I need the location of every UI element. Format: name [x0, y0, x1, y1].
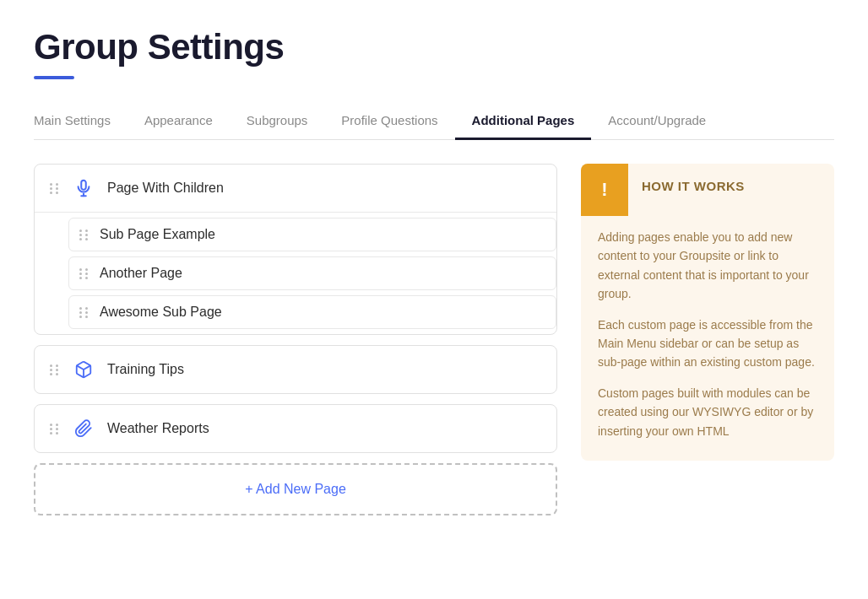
- info-paragraph-1: Adding pages enable you to add new conte…: [598, 228, 817, 304]
- sub-page-label-sub-page-example: Sub Page Example: [100, 227, 215, 242]
- page-row-training-tips[interactable]: Training Tips: [35, 346, 556, 393]
- tab-appearance[interactable]: Appearance: [127, 103, 230, 140]
- sub-page-label-awesome-sub-page: Awesome Sub Page: [100, 305, 222, 320]
- pages-column: Page With Children Sub Page Example: [34, 164, 557, 515]
- tab-subgroups[interactable]: Subgroups: [230, 103, 325, 140]
- info-paragraph-2: Each custom page is accessible from the …: [598, 316, 817, 372]
- sub-drag-handle-2[interactable]: [69, 268, 90, 279]
- sub-pages-list: Sub Page Example Another Page: [35, 212, 556, 334]
- page-group-weather-reports: Weather Reports: [34, 404, 557, 453]
- info-panel: ! HOW IT WORKS Adding pages enable you t…: [581, 164, 834, 461]
- mic-icon: [72, 176, 95, 200]
- page-row-weather-reports[interactable]: Weather Reports: [35, 405, 556, 452]
- info-paragraph-3: Custom pages built with modules can be c…: [598, 384, 817, 440]
- page-label-weather-reports: Weather Reports: [107, 421, 209, 436]
- sub-drag-handle-3[interactable]: [69, 307, 90, 318]
- sub-page-row-awesome-sub-page[interactable]: Awesome Sub Page: [68, 295, 556, 329]
- page-group-with-children: Page With Children Sub Page Example: [34, 164, 557, 335]
- tabs-bar: Main Settings Appearance Subgroups Profi…: [34, 103, 834, 140]
- sub-page-label-another-page: Another Page: [100, 266, 182, 281]
- sub-page-row-sub-page-example[interactable]: Sub Page Example: [68, 218, 556, 251]
- info-panel-header: ! HOW IT WORKS: [581, 164, 834, 216]
- drag-handle-training-tips[interactable]: [50, 364, 60, 375]
- title-underline: [34, 76, 74, 79]
- add-new-page-button[interactable]: + Add New Page: [34, 463, 557, 515]
- page-row-page-with-children[interactable]: Page With Children: [35, 165, 556, 212]
- page-group-training-tips: Training Tips: [34, 345, 557, 394]
- warning-icon: !: [581, 164, 628, 216]
- main-content: Page With Children Sub Page Example: [34, 164, 834, 515]
- tab-main-settings[interactable]: Main Settings: [34, 103, 127, 140]
- add-page-label: + Add New Page: [245, 482, 346, 497]
- tab-additional-pages[interactable]: Additional Pages: [455, 103, 592, 140]
- sub-drag-handle[interactable]: [69, 229, 90, 240]
- box-icon: [72, 358, 95, 381]
- paperclip-icon: [72, 417, 95, 440]
- tab-profile-questions[interactable]: Profile Questions: [324, 103, 454, 140]
- info-panel-title: HOW IT WORKS: [628, 164, 758, 216]
- drag-handle-weather-reports[interactable]: [50, 424, 60, 434]
- tab-account-upgrade[interactable]: Account/Upgrade: [591, 103, 723, 140]
- page-label-training-tips: Training Tips: [107, 362, 184, 377]
- page-label-page-with-children: Page With Children: [107, 181, 224, 196]
- info-panel-body: Adding pages enable you to add new conte…: [581, 216, 834, 461]
- sub-page-row-another-page[interactable]: Another Page: [68, 256, 556, 290]
- svg-rect-0: [81, 181, 86, 190]
- page-title: Group Settings: [34, 27, 834, 67]
- drag-handle[interactable]: [50, 183, 60, 194]
